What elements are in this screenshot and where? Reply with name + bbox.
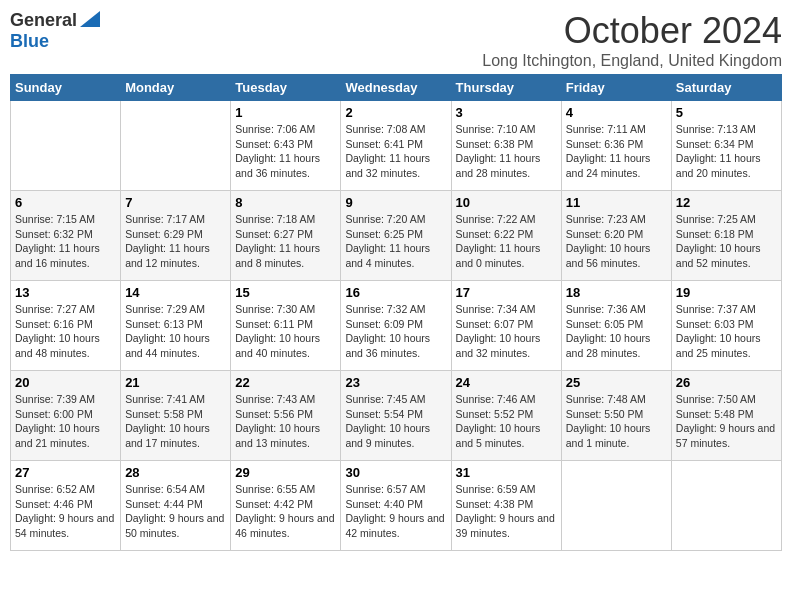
daylight-text: Daylight: 11 hours and 20 minutes. xyxy=(676,152,761,179)
day-number: 22 xyxy=(235,375,336,390)
sunrise-text: Sunrise: 7:50 AM xyxy=(676,393,756,405)
daylight-text: Daylight: 9 hours and 50 minutes. xyxy=(125,512,224,539)
sunrise-text: Sunrise: 7:43 AM xyxy=(235,393,315,405)
sunrise-text: Sunrise: 7:08 AM xyxy=(345,123,425,135)
logo: General Blue xyxy=(10,10,100,52)
day-info: Sunrise: 7:50 AM Sunset: 5:48 PM Dayligh… xyxy=(676,392,777,451)
calendar-cell: 20 Sunrise: 7:39 AM Sunset: 6:00 PM Dayl… xyxy=(11,371,121,461)
daylight-text: Daylight: 11 hours and 12 minutes. xyxy=(125,242,210,269)
sunset-text: Sunset: 6:09 PM xyxy=(345,318,423,330)
day-number: 26 xyxy=(676,375,777,390)
day-number: 5 xyxy=(676,105,777,120)
calendar-cell xyxy=(671,461,781,551)
sunrise-text: Sunrise: 7:29 AM xyxy=(125,303,205,315)
day-number: 2 xyxy=(345,105,446,120)
day-number: 28 xyxy=(125,465,226,480)
daylight-text: Daylight: 10 hours and 21 minutes. xyxy=(15,422,100,449)
sunset-text: Sunset: 4:44 PM xyxy=(125,498,203,510)
day-info: Sunrise: 7:37 AM Sunset: 6:03 PM Dayligh… xyxy=(676,302,777,361)
sunrise-text: Sunrise: 7:34 AM xyxy=(456,303,536,315)
day-number: 19 xyxy=(676,285,777,300)
calendar-cell: 3 Sunrise: 7:10 AM Sunset: 6:38 PM Dayli… xyxy=(451,101,561,191)
sunrise-text: Sunrise: 7:22 AM xyxy=(456,213,536,225)
day-info: Sunrise: 7:15 AM Sunset: 6:32 PM Dayligh… xyxy=(15,212,116,271)
daylight-text: Daylight: 11 hours and 24 minutes. xyxy=(566,152,651,179)
daylight-text: Daylight: 10 hours and 52 minutes. xyxy=(676,242,761,269)
day-info: Sunrise: 6:52 AM Sunset: 4:46 PM Dayligh… xyxy=(15,482,116,541)
sunset-text: Sunset: 6:25 PM xyxy=(345,228,423,240)
daylight-text: Daylight: 10 hours and 17 minutes. xyxy=(125,422,210,449)
calendar-cell xyxy=(561,461,671,551)
sunset-text: Sunset: 6:03 PM xyxy=(676,318,754,330)
week-row-5: 27 Sunrise: 6:52 AM Sunset: 4:46 PM Dayl… xyxy=(11,461,782,551)
sunset-text: Sunset: 6:00 PM xyxy=(15,408,93,420)
sunrise-text: Sunrise: 7:37 AM xyxy=(676,303,756,315)
day-number: 31 xyxy=(456,465,557,480)
sunset-text: Sunset: 6:41 PM xyxy=(345,138,423,150)
day-number: 21 xyxy=(125,375,226,390)
weekday-header-monday: Monday xyxy=(121,75,231,101)
sunrise-text: Sunrise: 7:45 AM xyxy=(345,393,425,405)
calendar-cell: 7 Sunrise: 7:17 AM Sunset: 6:29 PM Dayli… xyxy=(121,191,231,281)
sunrise-text: Sunrise: 7:17 AM xyxy=(125,213,205,225)
day-info: Sunrise: 7:36 AM Sunset: 6:05 PM Dayligh… xyxy=(566,302,667,361)
calendar-cell: 25 Sunrise: 7:48 AM Sunset: 5:50 PM Dayl… xyxy=(561,371,671,461)
sunset-text: Sunset: 6:36 PM xyxy=(566,138,644,150)
sunrise-text: Sunrise: 7:39 AM xyxy=(15,393,95,405)
calendar-cell: 26 Sunrise: 7:50 AM Sunset: 5:48 PM Dayl… xyxy=(671,371,781,461)
day-info: Sunrise: 7:11 AM Sunset: 6:36 PM Dayligh… xyxy=(566,122,667,181)
daylight-text: Daylight: 9 hours and 39 minutes. xyxy=(456,512,555,539)
sunset-text: Sunset: 4:40 PM xyxy=(345,498,423,510)
day-info: Sunrise: 7:25 AM Sunset: 6:18 PM Dayligh… xyxy=(676,212,777,271)
week-row-4: 20 Sunrise: 7:39 AM Sunset: 6:00 PM Dayl… xyxy=(11,371,782,461)
day-info: Sunrise: 7:13 AM Sunset: 6:34 PM Dayligh… xyxy=(676,122,777,181)
calendar-cell xyxy=(121,101,231,191)
calendar-cell: 10 Sunrise: 7:22 AM Sunset: 6:22 PM Dayl… xyxy=(451,191,561,281)
day-info: Sunrise: 6:54 AM Sunset: 4:44 PM Dayligh… xyxy=(125,482,226,541)
sunrise-text: Sunrise: 7:41 AM xyxy=(125,393,205,405)
calendar-cell: 8 Sunrise: 7:18 AM Sunset: 6:27 PM Dayli… xyxy=(231,191,341,281)
day-number: 10 xyxy=(456,195,557,210)
sunrise-text: Sunrise: 7:46 AM xyxy=(456,393,536,405)
sunrise-text: Sunrise: 7:11 AM xyxy=(566,123,646,135)
sunset-text: Sunset: 6:38 PM xyxy=(456,138,534,150)
logo-blue: Blue xyxy=(10,31,49,51)
day-number: 17 xyxy=(456,285,557,300)
location: Long Itchington, England, United Kingdom xyxy=(482,52,782,70)
day-number: 20 xyxy=(15,375,116,390)
calendar-cell: 2 Sunrise: 7:08 AM Sunset: 6:41 PM Dayli… xyxy=(341,101,451,191)
day-info: Sunrise: 7:46 AM Sunset: 5:52 PM Dayligh… xyxy=(456,392,557,451)
day-number: 3 xyxy=(456,105,557,120)
day-info: Sunrise: 7:18 AM Sunset: 6:27 PM Dayligh… xyxy=(235,212,336,271)
sunset-text: Sunset: 5:50 PM xyxy=(566,408,644,420)
sunset-text: Sunset: 4:38 PM xyxy=(456,498,534,510)
daylight-text: Daylight: 11 hours and 16 minutes. xyxy=(15,242,100,269)
day-info: Sunrise: 7:41 AM Sunset: 5:58 PM Dayligh… xyxy=(125,392,226,451)
daylight-text: Daylight: 11 hours and 36 minutes. xyxy=(235,152,320,179)
sunrise-text: Sunrise: 7:18 AM xyxy=(235,213,315,225)
sunrise-text: Sunrise: 6:54 AM xyxy=(125,483,205,495)
daylight-text: Daylight: 10 hours and 9 minutes. xyxy=(345,422,430,449)
sunset-text: Sunset: 6:22 PM xyxy=(456,228,534,240)
day-info: Sunrise: 7:20 AM Sunset: 6:25 PM Dayligh… xyxy=(345,212,446,271)
day-info: Sunrise: 7:32 AM Sunset: 6:09 PM Dayligh… xyxy=(345,302,446,361)
day-info: Sunrise: 7:23 AM Sunset: 6:20 PM Dayligh… xyxy=(566,212,667,271)
week-row-1: 1 Sunrise: 7:06 AM Sunset: 6:43 PM Dayli… xyxy=(11,101,782,191)
calendar-cell: 29 Sunrise: 6:55 AM Sunset: 4:42 PM Dayl… xyxy=(231,461,341,551)
day-info: Sunrise: 6:55 AM Sunset: 4:42 PM Dayligh… xyxy=(235,482,336,541)
sunrise-text: Sunrise: 6:59 AM xyxy=(456,483,536,495)
logo-triangle-icon xyxy=(80,11,100,31)
calendar-cell: 31 Sunrise: 6:59 AM Sunset: 4:38 PM Dayl… xyxy=(451,461,561,551)
sunrise-text: Sunrise: 7:20 AM xyxy=(345,213,425,225)
sunset-text: Sunset: 6:34 PM xyxy=(676,138,754,150)
sunset-text: Sunset: 6:32 PM xyxy=(15,228,93,240)
weekday-header-thursday: Thursday xyxy=(451,75,561,101)
day-number: 1 xyxy=(235,105,336,120)
sunset-text: Sunset: 6:18 PM xyxy=(676,228,754,240)
sunrise-text: Sunrise: 7:10 AM xyxy=(456,123,536,135)
day-info: Sunrise: 6:57 AM Sunset: 4:40 PM Dayligh… xyxy=(345,482,446,541)
sunset-text: Sunset: 5:54 PM xyxy=(345,408,423,420)
day-info: Sunrise: 7:06 AM Sunset: 6:43 PM Dayligh… xyxy=(235,122,336,181)
calendar-cell: 30 Sunrise: 6:57 AM Sunset: 4:40 PM Dayl… xyxy=(341,461,451,551)
calendar-cell: 14 Sunrise: 7:29 AM Sunset: 6:13 PM Dayl… xyxy=(121,281,231,371)
